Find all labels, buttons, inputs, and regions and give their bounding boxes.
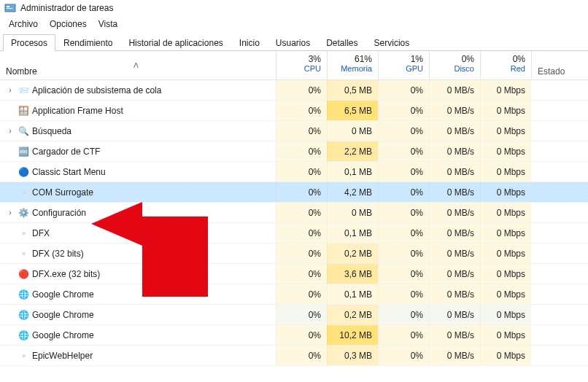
- tab-usuarios[interactable]: Usuarios: [268, 34, 318, 51]
- metric-net: 0 Mbps: [480, 141, 531, 161]
- metric-gpu: 0%: [378, 162, 429, 182]
- process-name-cell: ▫️DFX: [0, 227, 276, 239]
- process-icon: 🪟: [18, 105, 29, 117]
- metric-gpu: 0%: [378, 223, 429, 243]
- expand-icon[interactable]: ›: [6, 86, 15, 94]
- metric-mem: 0,1 MB: [327, 223, 378, 243]
- table-row[interactable]: ▫️COM Surrogate0%4,2 MB0%0 MB/s0 Mbps: [0, 182, 588, 203]
- metric-cpu: 0%: [276, 223, 327, 243]
- table-row[interactable]: 🌐Google Chrome0%0,2 MB0%0 MB/s0 Mbps: [0, 305, 588, 325]
- table-row[interactable]: ▫️EpicWebHelper0%0,3 MB0%0 MB/s0 Mbps: [0, 346, 588, 366]
- app-icon: [4, 2, 16, 14]
- metric-mem: 0 MB: [327, 121, 378, 141]
- table-row[interactable]: ▫️DFX0%0,1 MB0%0 MB/s0 Mbps: [0, 223, 588, 243]
- metric-disk: 0 MB/s: [429, 243, 480, 263]
- metric-net: 0 Mbps: [480, 284, 531, 304]
- col-header-memoria[interactable]: 61% Memoria: [327, 51, 378, 79]
- process-name-label: Google Chrome: [32, 330, 94, 340]
- metric-net: 0 Mbps: [480, 182, 531, 202]
- metric-gpu: 0%: [378, 182, 429, 202]
- metric-cpu: 0%: [276, 101, 327, 120]
- process-name-label: Google Chrome: [32, 289, 94, 300]
- menu-opciones[interactable]: Opciones: [45, 17, 91, 31]
- tab-rendimiento[interactable]: Rendimiento: [55, 34, 120, 51]
- table-row[interactable]: ›🔍Búsqueda0%0 MB0%0 MB/s0 Mbps: [0, 121, 588, 141]
- process-icon: 🌐: [18, 330, 29, 341]
- process-name-cell: 🔴DFX.exe (32 bits): [0, 268, 276, 280]
- col-header-red[interactable]: 0% Red: [480, 51, 531, 79]
- col-header-cpu[interactable]: 3% CPU: [276, 51, 327, 79]
- metric-gpu: 0%: [378, 101, 429, 120]
- metric-mem: 0,5 MB: [327, 80, 378, 100]
- process-name-cell: ›⚙️Configuración: [0, 207, 276, 219]
- metric-gpu: 0%: [378, 141, 429, 161]
- metric-disk: 0 MB/s: [429, 203, 480, 222]
- table-row[interactable]: ›⚙️Configuración0%0 MB0%0 MB/s0 Mbps: [0, 203, 588, 223]
- menu-vista[interactable]: Vista: [94, 17, 122, 31]
- gpu-usage-total: 1%: [384, 54, 423, 64]
- metric-mem: 0,3 MB: [327, 346, 378, 365]
- process-icon: ▫️: [18, 227, 29, 239]
- mem-usage-total: 61%: [333, 54, 372, 64]
- table-row[interactable]: 🔤Cargador de CTF0%2,2 MB0%0 MB/s0 Mbps: [0, 141, 588, 162]
- process-name-label: Application Frame Host: [32, 106, 123, 116]
- metric-cpu: 0%: [276, 162, 327, 182]
- metric-mem: 0,1 MB: [327, 284, 378, 304]
- metric-net: 0 Mbps: [480, 264, 531, 284]
- expand-icon[interactable]: ›: [6, 127, 15, 135]
- expand-icon[interactable]: ›: [6, 208, 15, 217]
- metric-mem: 0,2 MB: [327, 305, 378, 324]
- col-header-gpu[interactable]: 1% GPU: [378, 51, 429, 79]
- process-icon: 🌐: [18, 309, 29, 321]
- tab-historial[interactable]: Historial de aplicaciones: [120, 34, 231, 51]
- metric-net: 0 Mbps: [480, 162, 531, 182]
- table-row[interactable]: 🪟Application Frame Host0%6,5 MB0%0 MB/s0…: [0, 101, 588, 121]
- table-row[interactable]: ▫️DFX (32 bits)0%0,2 MB0%0 MB/s0 Mbps: [0, 243, 588, 264]
- col-header-nombre-label: Nombre: [6, 66, 37, 79]
- menu-archivo[interactable]: Archivo: [4, 17, 42, 31]
- metric-cpu: 0%: [276, 80, 327, 100]
- tab-procesos[interactable]: Procesos: [3, 34, 55, 51]
- table-row[interactable]: 🔴DFX.exe (32 bits)0%3,6 MB0%0 MB/s0 Mbps: [0, 264, 588, 284]
- process-name-cell: 🌐Google Chrome: [0, 330, 276, 341]
- table-row[interactable]: ›📨Aplicación de subsistema de cola0%0,5 …: [0, 80, 588, 101]
- process-name-label: Google Chrome: [32, 310, 94, 320]
- metric-disk: 0 MB/s: [429, 141, 480, 161]
- metric-mem: 2,2 MB: [327, 141, 378, 161]
- tab-detalles[interactable]: Detalles: [318, 34, 365, 51]
- tab-inicio[interactable]: Inicio: [231, 34, 268, 51]
- disk-label: Disco: [436, 64, 474, 73]
- metric-disk: 0 MB/s: [429, 182, 480, 202]
- process-icon: ⚙️: [18, 207, 29, 219]
- svg-rect-1: [7, 6, 9, 7]
- metric-mem: 0,1 MB: [327, 162, 378, 182]
- metric-cpu: 0%: [276, 182, 327, 202]
- table-row[interactable]: 🔵Classic Start Menu0%0,1 MB0%0 MB/s0 Mbp…: [0, 162, 588, 182]
- process-name-cell: ›🔍Búsqueda: [0, 125, 276, 137]
- col-header-nombre[interactable]: Nombre ᐱ: [0, 51, 276, 79]
- process-name-cell: 🌐Google Chrome: [0, 289, 276, 300]
- table-row[interactable]: 🌐Google Chrome0%0,1 MB0%0 MB/s0 Mbps: [0, 284, 588, 305]
- metric-gpu: 0%: [378, 346, 429, 365]
- process-name-label: Búsqueda: [32, 126, 71, 136]
- metric-net: 0 Mbps: [480, 121, 531, 141]
- metric-mem: 0,2 MB: [327, 243, 378, 263]
- metric-cpu: 0%: [276, 264, 327, 284]
- svg-rect-2: [7, 8, 12, 9]
- metric-gpu: 0%: [378, 325, 429, 345]
- process-name-label: DFX: [32, 228, 50, 238]
- process-name-cell: ▫️COM Surrogate: [0, 187, 276, 198]
- metric-cpu: 0%: [276, 284, 327, 304]
- col-header-estado[interactable]: Estado: [531, 51, 588, 79]
- metric-mem: 10,2 MB: [327, 325, 378, 345]
- process-name-cell: 🔤Cargador de CTF: [0, 146, 276, 157]
- metric-cpu: 0%: [276, 305, 327, 324]
- metric-gpu: 0%: [378, 80, 429, 100]
- metric-disk: 0 MB/s: [429, 121, 480, 141]
- table-row[interactable]: 🌐Google Chrome0%10,2 MB0%0 MB/s0 Mbps: [0, 325, 588, 346]
- process-name-cell: 🌐Google Chrome: [0, 309, 276, 321]
- col-header-disco[interactable]: 0% Disco: [429, 51, 480, 79]
- process-icon: 📨: [18, 85, 29, 96]
- tab-servicios[interactable]: Servicios: [366, 34, 418, 51]
- metric-cpu: 0%: [276, 243, 327, 263]
